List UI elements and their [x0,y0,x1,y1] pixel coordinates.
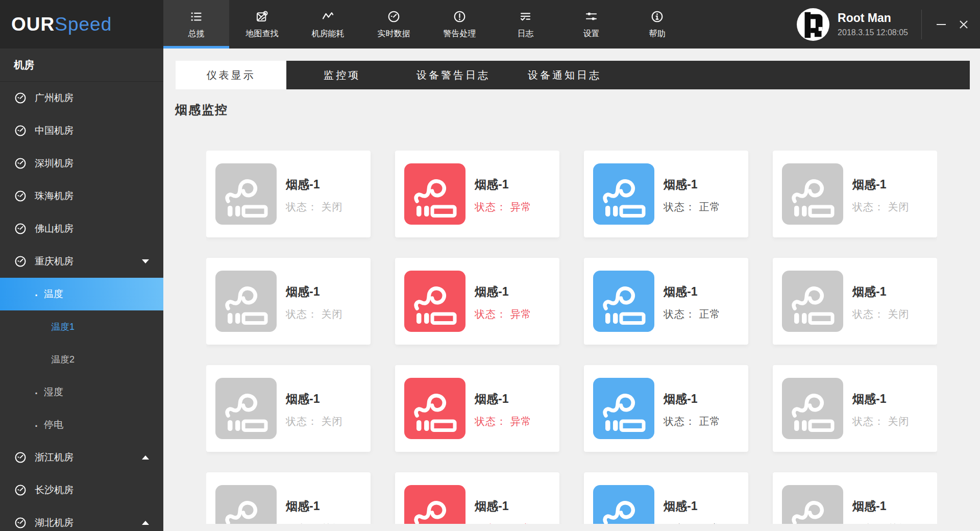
nav-item-overview[interactable]: 总揽 [163,0,229,49]
nav-item-map-search[interactable]: 地图查找 [229,0,295,49]
sidebar-item-label: 珠海机房 [35,189,74,203]
sidebar-item-zhuhai[interactable]: 珠海机房 [0,180,163,212]
sensor-card[interactable]: 烟感-1 状态： 异常 [395,258,559,345]
sensor-status: 状态： 异常 [475,415,532,428]
nav-item-help[interactable]: 帮助 [624,0,690,49]
gauge-icon [14,157,27,170]
sensor-name: 烟感-1 [664,391,721,407]
sensor-status: 状态： 关闭 [286,307,343,321]
sensor-name: 烟感-1 [664,177,721,192]
sensor-name: 烟感-1 [286,177,343,192]
sidebar-item-foshan[interactable]: 佛山机房 [0,212,163,245]
sidebar-subitem-power-outage[interactable]: · 停电 [0,408,163,441]
sensor-card[interactable]: 烟感-1 状态： 关闭 [773,472,937,524]
sensor-name: 烟感-1 [664,284,721,300]
sensor-card[interactable]: 烟感-1 状态： 关闭 [206,365,371,452]
avatar[interactable] [797,8,829,41]
sidebar-item-guangzhou[interactable]: 广州机房 [0,82,163,114]
nav-label: 机房能耗 [312,29,345,39]
sidebar-item-label: 温度 [44,287,63,301]
smoke-sensor-icon [215,163,277,225]
smoke-sensor-icon [404,271,465,332]
nav-item-realtime-data[interactable]: 实时数据 [361,0,427,49]
sensor-name: 烟感-1 [852,177,910,192]
minimize-button[interactable] [930,0,952,49]
sidebar-item-label: 温度1 [51,321,75,333]
sensor-card[interactable]: 烟感-1 状态： 异常 [395,365,559,452]
sliders-icon [584,10,598,23]
gauge-icon [14,124,27,137]
sensor-status: 状态： 关闭 [286,415,343,428]
sidebar-subitem-temperature1[interactable]: 温度1 [0,310,163,343]
sensor-status: 状态： 正常 [664,307,721,321]
sensor-card[interactable]: 烟感-1 状态： 关闭 [206,472,371,524]
app-header: OURSpeed 总揽 地图查找 机房能耗 实时数据 警告处理 日志 [0,0,980,49]
sidebar-item-china[interactable]: 中国机房 [0,114,163,147]
sensor-status: 状态： 正常 [664,415,721,428]
tab-dashboard-display[interactable]: 仪表显示 [176,61,286,89]
sidebar-item-label: 广州机房 [35,91,74,105]
tab-device-notice-log[interactable]: 设备通知日志 [509,61,620,89]
sensor-status: 状态： 关闭 [852,200,910,214]
sidebar-item-zhejiang[interactable]: 浙江机房 [0,441,163,474]
tab-device-alert-log[interactable]: 设备警告日志 [398,61,509,89]
sidebar-item-changsha[interactable]: 长沙机房 [0,474,163,506]
nav-item-alert-handling[interactable]: 警告处理 [427,0,493,49]
sidebar-subitem-humidity[interactable]: · 湿度 [0,376,163,408]
user-name: Root Man [838,11,908,25]
sensor-card[interactable]: 烟感-1 状态： 正常 [584,151,748,237]
sidebar-item-chongqing[interactable]: 重庆机房 [0,245,163,278]
nav-item-settings[interactable]: 设置 [558,0,624,49]
sensor-status: 状态： 正常 [664,522,721,524]
sidebar-item-label: 温度2 [51,353,75,366]
list-icon [189,10,203,23]
sensor-card[interactable]: 烟感-1 状态： 正常 [584,472,748,524]
alert-icon [453,10,467,23]
sidebar: 机房 广州机房 中国机房 深圳机房 珠海机房 佛山机房 重庆机房 · 温度 温度… [0,49,163,531]
smoke-sensor-icon [593,163,654,225]
sensor-status: 状态： 异常 [475,307,532,321]
sensor-status: 状态： 关闭 [852,415,910,428]
sensor-name: 烟感-1 [664,498,721,514]
nav-item-logs[interactable]: 日志 [493,0,558,49]
smoke-sensor-icon [782,163,843,225]
close-button[interactable] [952,0,975,49]
sensor-card[interactable]: 烟感-1 状态： 异常 [395,472,559,524]
smoke-sensor-icon [215,271,277,332]
pulse-icon [321,10,335,23]
sensor-name: 烟感-1 [286,284,343,300]
smoke-sensor-icon [404,485,465,524]
tab-monitor-items[interactable]: 监控项 [286,61,398,89]
sidebar-item-shenzhen[interactable]: 深圳机房 [0,147,163,180]
sidebar-item-label: 中国机房 [35,124,74,137]
sidebar-header: 机房 [0,49,163,82]
sensor-card[interactable]: 烟感-1 状态： 关闭 [206,151,371,237]
sensor-card[interactable]: 烟感-1 状态： 正常 [584,365,748,452]
datetime: 2018.3.15 12:08:05 [838,28,908,37]
sensor-card[interactable]: 烟感-1 状态： 异常 [395,151,559,237]
logo-accent: Speed [55,14,112,35]
smoke-sensor-icon [782,485,843,524]
sidebar-subitem-temperature2[interactable]: 温度2 [0,343,163,376]
gauge-icon [14,255,27,268]
sidebar-item-hubei[interactable]: 湖北机房 [0,506,163,531]
nav-item-energy[interactable]: 机房能耗 [295,0,361,49]
nav-label: 日志 [518,29,534,39]
divider [921,10,922,39]
sensor-name: 烟感-1 [286,391,343,407]
sidebar-item-label: 湿度 [44,385,63,399]
close-icon [959,20,968,29]
sensor-card[interactable]: 烟感-1 状态： 正常 [584,258,748,345]
sidebar-subitem-temperature[interactable]: · 温度 [0,278,163,310]
gauge-icon [14,451,27,464]
tab-bar: 仪表显示 监控项 设备警告日志 设备通知日志 [176,61,970,89]
nav-label: 实时数据 [378,29,410,39]
sensor-card[interactable]: 烟感-1 状态： 关闭 [206,258,371,345]
sidebar-item-label: 停电 [44,418,63,431]
sensor-name: 烟感-1 [852,498,910,514]
gauge-icon [14,484,27,497]
sensor-card[interactable]: 烟感-1 状态： 关闭 [773,258,937,345]
sensor-card[interactable]: 烟感-1 状态： 关闭 [773,151,937,237]
sensor-card[interactable]: 烟感-1 状态： 关闭 [773,365,937,452]
smoke-sensor-icon [782,271,843,332]
